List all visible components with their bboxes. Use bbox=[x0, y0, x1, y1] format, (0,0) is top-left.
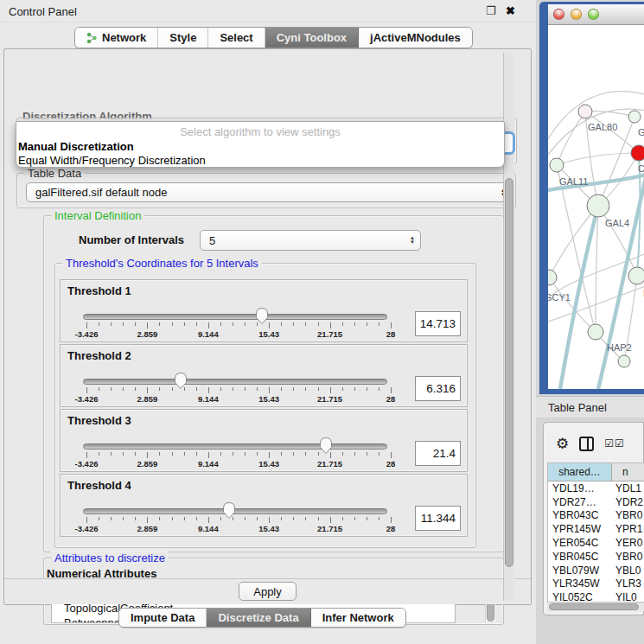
tick-mark bbox=[318, 387, 319, 391]
slider-track[interactable] bbox=[83, 379, 387, 385]
minimize-traffic-light[interactable] bbox=[571, 9, 582, 20]
slider-thumb[interactable] bbox=[222, 501, 236, 520]
tick-label: 15.43 bbox=[258, 329, 279, 339]
bottom-tab-impute-data[interactable]: Impute Data bbox=[119, 609, 207, 627]
tick-mark bbox=[123, 452, 124, 456]
threshold-3-row: Threshold 3-3.4262.8599.14415.4321.71528… bbox=[60, 409, 468, 472]
table-horizontal-scrollbar[interactable] bbox=[547, 603, 644, 611]
tab-cyni-toolbox[interactable]: Cyni Toolbox bbox=[265, 28, 359, 48]
threshold-value-field[interactable]: 14.713 bbox=[415, 311, 461, 336]
cell-name: YDL1 bbox=[612, 482, 644, 494]
thresholds-group-title: Threshold's Coordinates for 5 Intervals bbox=[62, 257, 262, 270]
tick-label: 9.144 bbox=[198, 459, 219, 469]
checkbox-columns-icon[interactable]: ☑☑ bbox=[604, 437, 625, 450]
table-row[interactable]: YDR27…YDR2 bbox=[548, 495, 644, 509]
tab-select[interactable]: Select bbox=[208, 28, 265, 48]
table-row[interactable]: YPR145WYPR1 bbox=[548, 522, 644, 536]
slider-track[interactable] bbox=[83, 314, 387, 320]
bottom-tab-discretize-data[interactable]: Discretize Data bbox=[207, 609, 310, 627]
network-node-gal80[interactable] bbox=[578, 105, 592, 118]
tab-label: Network bbox=[102, 31, 146, 44]
tick-mark bbox=[379, 387, 379, 391]
table-row[interactable]: YBL079WYBL0 bbox=[548, 564, 644, 577]
number-of-intervals-value: 5 bbox=[201, 234, 405, 247]
network-node-c[interactable] bbox=[631, 145, 644, 161]
slider-thumb[interactable] bbox=[255, 307, 269, 325]
table-row[interactable]: YBR043CYBR0 bbox=[548, 509, 644, 523]
bottom-tab-infer-network[interactable]: Infer Network bbox=[311, 609, 405, 627]
column-header-shared-name[interactable]: shared… bbox=[548, 463, 612, 481]
threshold-value-field[interactable]: 11.344 bbox=[415, 506, 461, 531]
cell-shared-name: YPR145W bbox=[548, 523, 612, 535]
float-window-icon[interactable]: ❐ bbox=[486, 4, 496, 17]
cell-shared-name: YDR27… bbox=[548, 496, 612, 508]
scrollbar-thumb[interactable] bbox=[505, 178, 513, 567]
apply-button[interactable]: Apply bbox=[239, 582, 296, 601]
combo-stepper-icon: ▲▼ bbox=[405, 236, 420, 245]
cell-shared-name: YBL079W bbox=[548, 564, 612, 577]
column-header-name[interactable]: n bbox=[612, 463, 644, 481]
network-node-gal11[interactable] bbox=[550, 158, 564, 172]
threshold-value-field[interactable]: 6.316 bbox=[415, 376, 461, 401]
slider-tick-labels: -3.4262.8599.14415.4321.71528 bbox=[86, 459, 391, 469]
cell-shared-name: YBR045C bbox=[548, 551, 612, 563]
column-layout-icon[interactable] bbox=[579, 437, 594, 451]
bottom-tab-bar: Impute DataDiscretize DataInfer Network bbox=[118, 608, 406, 628]
network-node[interactable] bbox=[618, 355, 630, 367]
network-node-hap2[interactable] bbox=[588, 324, 603, 340]
tick-mark bbox=[86, 452, 87, 458]
right-column: GAL80GACGAL11GAL4GCY1HHAP2 Table Panel ⚙… bbox=[536, 0, 644, 644]
cell-shared-name: YIL052C bbox=[548, 591, 612, 603]
table-row[interactable]: YIL052CYIL0 bbox=[548, 590, 644, 603]
table-panel-titlebar: Table Panel bbox=[536, 396, 644, 418]
network-node-h[interactable] bbox=[628, 267, 644, 284]
scrollbar-thumb[interactable] bbox=[549, 603, 639, 610]
cell-name: YBL0 bbox=[612, 564, 644, 577]
tick-mark bbox=[172, 322, 173, 326]
table-row[interactable]: YDL19…YDL1 bbox=[548, 481, 644, 495]
tick-label: 2.859 bbox=[137, 329, 158, 339]
slider-thumb[interactable] bbox=[319, 437, 333, 455]
zoom-traffic-light[interactable] bbox=[588, 9, 599, 20]
cell-name: YPR1 bbox=[612, 523, 644, 535]
gear-icon[interactable]: ⚙ bbox=[556, 435, 569, 453]
tick-mark bbox=[208, 387, 209, 393]
network-canvas[interactable]: GAL80GACGAL11GAL4GCY1HHAP2 bbox=[548, 25, 644, 389]
tick-mark bbox=[281, 387, 282, 391]
tick-mark bbox=[135, 322, 136, 326]
tick-mark bbox=[305, 322, 306, 326]
tick-label: 21.715 bbox=[317, 524, 342, 533]
tick-mark bbox=[196, 322, 197, 326]
tab-network[interactable]: Network bbox=[75, 28, 158, 48]
close-traffic-light[interactable] bbox=[553, 9, 564, 20]
tick-mark bbox=[111, 452, 112, 456]
tick-mark bbox=[269, 322, 270, 328]
network-node-gal4[interactable] bbox=[587, 194, 609, 217]
slider-thumb[interactable] bbox=[174, 372, 188, 390]
node-label: GAL11 bbox=[559, 176, 588, 187]
threshold-value-field[interactable]: 21.4 bbox=[415, 441, 461, 466]
tick-mark bbox=[354, 387, 355, 391]
table-data-combo[interactable]: galFiltered.sif default node ▲▼ bbox=[26, 182, 512, 202]
slider-track[interactable] bbox=[83, 443, 387, 450]
network-node-ga[interactable] bbox=[628, 111, 641, 123]
table-row[interactable]: YER054CYER0 bbox=[548, 536, 644, 550]
tick-label: 28 bbox=[386, 394, 396, 404]
slider-ticks bbox=[86, 452, 391, 459]
tick-mark bbox=[245, 322, 245, 326]
close-icon[interactable]: ✖ bbox=[506, 4, 515, 17]
dropdown-option-manual-discretization[interactable]: Manual Discretization bbox=[18, 140, 134, 153]
tab-style[interactable]: Style bbox=[158, 28, 208, 48]
table-row[interactable]: YLR345WYLR3 bbox=[548, 577, 644, 591]
tick-mark bbox=[99, 452, 99, 456]
tick-label: 21.715 bbox=[317, 394, 342, 404]
table-row[interactable]: YBR045CYBR0 bbox=[548, 550, 644, 564]
tick-mark bbox=[123, 387, 124, 391]
tick-mark bbox=[293, 452, 294, 456]
tab-jactivemnodules[interactable]: jActiveMNodules bbox=[359, 28, 472, 48]
network-node-gcy1[interactable] bbox=[548, 270, 557, 285]
tick-label: 15.43 bbox=[258, 394, 279, 404]
cell-name: YER0 bbox=[612, 537, 644, 549]
number-of-intervals-combo[interactable]: 5 ▲▼ bbox=[200, 230, 421, 251]
dropdown-option-equal-width[interactable]: Equal Width/Frequency Discretization bbox=[18, 154, 206, 167]
